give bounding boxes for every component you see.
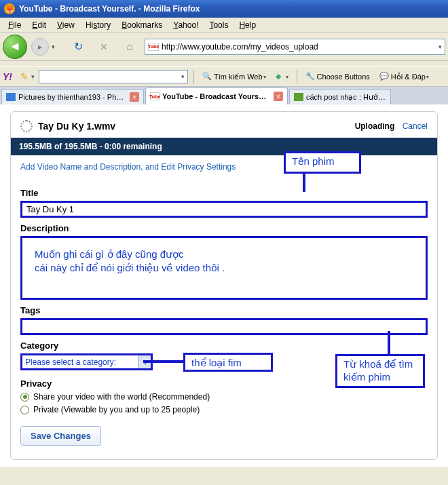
shield-button[interactable]: ◆▾	[273, 72, 291, 81]
menu-edit[interactable]: Edit	[26, 19, 52, 31]
qa-button[interactable]: 💬 Hỏi & Đáp ▾	[377, 72, 432, 81]
menu-bookmarks[interactable]: Bookmarks	[116, 19, 168, 31]
search-web-label: Tìm kiếm Web	[214, 73, 263, 81]
chat-icon: 💬	[379, 72, 389, 81]
description-label: Description	[20, 223, 428, 233]
menu-yahoo[interactable]: Yahoo!	[168, 19, 204, 31]
toolbar-separator	[193, 70, 194, 83]
cancel-link[interactable]: Cancel	[403, 121, 428, 131]
tab-photobucket[interactable]: Pictures by thienthan193 - Photobucket ×	[1, 89, 144, 104]
qa-label: Hỏi & Đáp	[391, 73, 426, 81]
generic-favicon	[294, 93, 303, 101]
forward-button[interactable]: ▸	[31, 38, 49, 56]
title-label: Title	[20, 188, 428, 198]
toolbar-spacer	[0, 61, 448, 66]
tab-strip: Pictures by thienthan193 - Photobucket ×…	[0, 87, 448, 104]
annotation-stub	[143, 360, 183, 363]
upload-status: Uploading	[355, 121, 395, 131]
tab-label: YouTube - Broadcast Yourself.	[162, 92, 268, 100]
privacy-public-option[interactable]: Share your video with the world (Recomme…	[20, 392, 428, 402]
choose-buttons-label: Choose Buttons	[317, 73, 370, 81]
annotation-category: thể loại fim	[183, 353, 273, 372]
youtube-favicon: Tube	[150, 92, 160, 100]
form-area: Title Description Muốn ghi cái gì ở đây …	[11, 178, 437, 450]
firefox-icon: 🦊	[4, 3, 15, 14]
stop-button[interactable]: ✕	[93, 36, 115, 58]
url-input[interactable]	[162, 42, 436, 52]
category-label: Category	[20, 341, 428, 351]
url-dropdown[interactable]: ▾	[438, 43, 442, 50]
menu-history[interactable]: History	[80, 19, 116, 31]
instruction-text: Add Video Name and Description, and Edit…	[11, 155, 437, 178]
menu-tools[interactable]: Tools	[204, 19, 234, 31]
reload-button[interactable]: ↻	[67, 36, 89, 58]
menu-view[interactable]: View	[52, 19, 80, 31]
tab-youtube[interactable]: Tube YouTube - Broadcast Yourself. ×	[145, 88, 288, 104]
tags-label: Tags	[20, 305, 428, 315]
category-select[interactable]: Please select a category: ▾	[20, 353, 153, 370]
radio-unchecked-icon[interactable]	[20, 406, 29, 414]
shield-icon: ◆	[276, 72, 285, 81]
desc-line: Muốn ghi cái gì ở đây cũng được	[35, 248, 413, 261]
menu-bar: File Edit View History Bookmarks Yahoo! …	[0, 18, 448, 33]
nav-toolbar: ◄ ▸ ▾ ↻ ✕ ⌂ Tube ▾	[0, 33, 448, 61]
title-input[interactable]	[20, 201, 428, 218]
home-button[interactable]: ⌂	[119, 36, 141, 58]
pencil-icon[interactable]: ✎	[20, 71, 29, 82]
menu-file[interactable]: File	[3, 19, 26, 31]
photobucket-favicon	[6, 93, 16, 101]
choose-buttons[interactable]: 🔧 Choose Buttons	[303, 72, 373, 81]
window-titlebar: 🦊 YouTube - Broadcast Yourself. - Mozill…	[0, 0, 448, 18]
wrench-icon: 🔧	[305, 72, 315, 81]
radio-checked-icon[interactable]	[20, 393, 29, 402]
upload-card: Tay Du Ky 1.wmv Uploading Cancel 195.5MB…	[10, 111, 438, 460]
back-button[interactable]: ◄	[3, 35, 27, 59]
desc-line: cái này chỉ để nói giới thiệu về video t…	[35, 261, 413, 275]
save-button[interactable]: Save Changes	[20, 426, 101, 446]
search-icon: 🔍	[202, 72, 212, 81]
upload-filename: Tay Du Ky 1.wmv	[38, 121, 115, 132]
annotation-line: Từ khoá để tìm	[343, 358, 417, 371]
toolbar-separator	[297, 70, 297, 83]
privacy-private-option[interactable]: Private (Viewable by you and up to 25 pe…	[20, 405, 428, 414]
annotation-title: Tên phim	[284, 151, 361, 174]
category-value: Please select a category:	[25, 357, 116, 367]
annotation-stub	[388, 331, 390, 354]
annotation-tags: Từ khoá để tìm kiếm phim	[335, 354, 425, 388]
close-icon[interactable]: ×	[274, 92, 283, 101]
site-favicon: Tube	[148, 43, 159, 51]
url-bar[interactable]: Tube ▾	[145, 39, 445, 55]
annotation-stub	[303, 174, 305, 192]
tab-label: Pictures by thienthan193 - Photobucket	[18, 93, 124, 101]
nav-history-dropdown[interactable]: ▾	[52, 43, 55, 50]
page-viewport: Tay Du Ky 1.wmv Uploading Cancel 195.5MB…	[0, 104, 448, 467]
yahoo-options-caret[interactable]: ▾	[31, 73, 35, 80]
description-input[interactable]: Muốn ghi cái gì ở đây cũng được cái này …	[20, 236, 428, 300]
tab-guide[interactable]: cách post nhạc : Hướng dẫn	[289, 89, 391, 104]
yahoo-search-input[interactable]: ▾	[39, 70, 188, 83]
menu-help[interactable]: Help	[234, 19, 261, 31]
tags-input[interactable]	[20, 318, 428, 335]
close-icon[interactable]: ×	[130, 92, 139, 102]
spinner-icon	[20, 120, 33, 132]
yahoo-logo-icon[interactable]: Y!	[3, 71, 16, 82]
window-title: YouTube - Broadcast Yourself. - Mozilla …	[19, 4, 200, 14]
privacy-public-label: Share your video with the world (Recomme…	[33, 392, 210, 402]
progress-bar: 195.5MB of 195.5MB - 0:00 remaining	[11, 138, 437, 155]
tab-label: cách post nhạc : Hướng dẫn	[306, 93, 386, 102]
annotation-line: kiếm phim	[343, 371, 417, 384]
upload-header: Tay Du Ky 1.wmv Uploading Cancel	[11, 112, 437, 138]
search-web-button[interactable]: 🔍 Tìm kiếm Web ▾	[200, 72, 269, 81]
privacy-private-label: Private (Viewable by you and up to 25 pe…	[33, 405, 200, 414]
yahoo-toolbar: Y! ✎ ▾ ▾ 🔍 Tìm kiếm Web ▾ ◆▾ 🔧 Choose Bu…	[0, 66, 448, 87]
